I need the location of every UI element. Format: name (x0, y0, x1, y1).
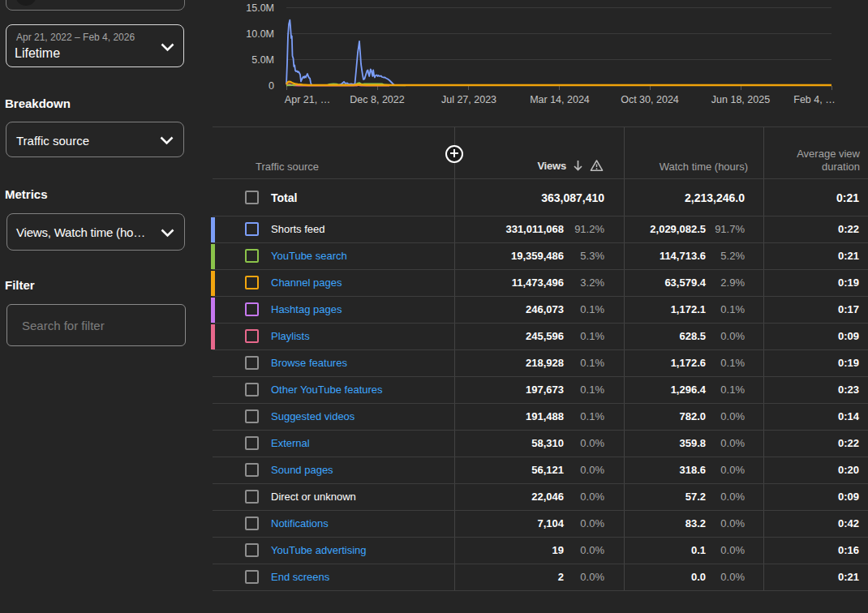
svg-text:Jul 27, 2023: Jul 27, 2023 (441, 94, 496, 105)
svg-text:0: 0 (269, 80, 274, 92)
svg-text:15.0M: 15.0M (246, 2, 274, 14)
svg-text:Dec 8, 2022: Dec 8, 2022 (350, 94, 404, 105)
svg-text:Jun 18, 2025: Jun 18, 2025 (711, 94, 770, 105)
svg-text:5.0M: 5.0M (251, 54, 274, 66)
svg-text:Feb 4, …: Feb 4, … (793, 94, 835, 105)
svg-text:10.0M: 10.0M (246, 28, 274, 40)
svg-text:Apr 21, …: Apr 21, … (285, 94, 330, 105)
svg-text:Oct 30, 2024: Oct 30, 2024 (621, 94, 679, 105)
svg-text:Mar 14, 2024: Mar 14, 2024 (530, 94, 590, 105)
